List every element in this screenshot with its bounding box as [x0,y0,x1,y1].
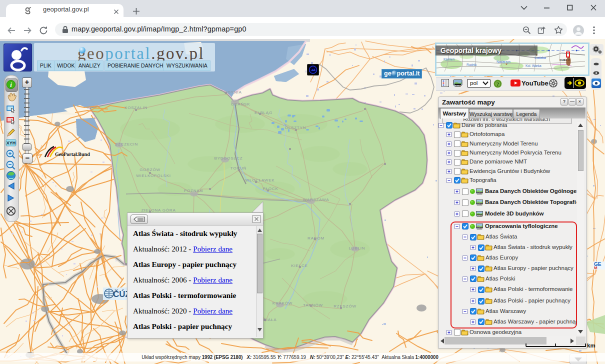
svg-text:Nadarzyn: Nadarzyn [496,60,510,64]
svg-text:XYH: XYH [6,140,16,146]
svg-text:Kamien: Kamien [444,58,454,61]
svg-text:i: i [10,81,12,88]
svg-text:?: ? [496,81,500,87]
svg-text:ČÚZ: ČÚZ [113,290,128,299]
svg-text:Rudnik: Rudnik [466,63,477,66]
svg-text:Kol. Warka: Kol. Warka [526,64,542,68]
svg-text:km: km [587,342,596,348]
svg-text:wms: wms [454,84,462,87]
svg-text:Lodzka: Lodzka [534,56,546,60]
svg-text:YouTube: YouTube [522,80,548,87]
